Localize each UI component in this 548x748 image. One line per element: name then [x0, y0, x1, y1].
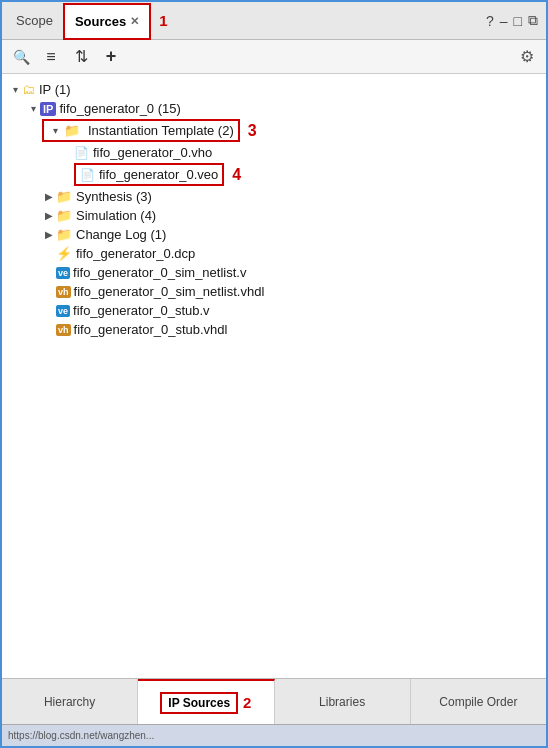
folder-icon-ip: 🗂 [22, 82, 35, 97]
tree-node-simulation[interactable]: ▶ 📁 Simulation (4) [2, 206, 546, 225]
search-icon: 🔍 [13, 49, 30, 65]
expand-button[interactable]: ⇅ [68, 44, 94, 70]
tree-node-stub-vhdl[interactable]: vh fifo_generator_0_stub.vhdl [2, 320, 546, 339]
status-bar: https://blog.csdn.net/wangzhen... [2, 724, 546, 746]
expand-icon-ip: ▾ [8, 84, 22, 95]
sources-tab-label: Sources [75, 14, 126, 29]
tree-area[interactable]: ▾ 🗂 IP (1) ▾ IP fifo_generator_0 (15) ▾ … [2, 74, 546, 678]
ip-sources-highlight[interactable]: IP Sources [160, 692, 238, 714]
expand-icon-changelog: ▶ [42, 229, 56, 240]
folder-icon-inst: 📁 [64, 123, 80, 138]
sim-vhdl-label: fifo_generator_0_sim_netlist.vhdl [74, 284, 265, 299]
hierarchy-label: Hierarchy [44, 695, 95, 709]
annotation-2: 2 [243, 694, 251, 711]
folder-icon-synthesis: 📁 [56, 189, 72, 204]
tree-node-stub-v[interactable]: ve fifo_generator_0_stub.v [2, 301, 546, 320]
tree-node-synthesis[interactable]: ▶ 📁 Synthesis (3) [2, 187, 546, 206]
expand-icon-synthesis: ▶ [42, 191, 56, 202]
search-button[interactable]: 🔍 [8, 44, 34, 70]
fifo-label: fifo_generator_0 (15) [59, 101, 180, 116]
scope-tab-label: Scope [16, 13, 53, 28]
status-text: https://blog.csdn.net/wangzhen... [8, 730, 154, 741]
tab-compile-order[interactable]: Compile Order [411, 679, 546, 724]
tree-node-sim-vhdl[interactable]: vh fifo_generator_0_sim_netlist.vhdl [2, 282, 546, 301]
tab-icons: ? – □ ⧉ [486, 12, 542, 29]
tab-ip-sources[interactable]: IP Sources 2 [138, 679, 274, 724]
annotation-3: 3 [248, 122, 257, 140]
tab-close-icon[interactable]: ✕ [130, 15, 139, 28]
collapse-button[interactable]: ≡ [38, 44, 64, 70]
stub-v-label: fifo_generator_0_stub.v [73, 303, 210, 318]
inst-template-highlight[interactable]: ▾ 📁 Instantiation Template (2) [42, 119, 240, 142]
minimize-icon[interactable]: – [500, 13, 508, 29]
ve-badge-stub: ve [56, 305, 70, 317]
file-icon-vho: 📄 [74, 146, 89, 160]
tab-sources[interactable]: Sources ✕ [63, 3, 151, 40]
tree-node-dcp[interactable]: ⚡ fifo_generator_0.dcp [2, 244, 546, 263]
ve-badge: ve [56, 267, 70, 279]
stub-vhdl-label: fifo_generator_0_stub.vhdl [74, 322, 228, 337]
expand-icon: ⇅ [75, 47, 88, 66]
tree-node-ip[interactable]: ▾ 🗂 IP (1) [2, 80, 546, 99]
float-icon[interactable]: ⧉ [528, 12, 538, 29]
toolbar: 🔍 ≡ ⇅ + ⚙ [2, 40, 546, 74]
annotation-4: 4 [232, 166, 241, 184]
veo-row[interactable]: 📄 fifo_generator_0.veo 4 [2, 163, 546, 186]
bottom-tab-bar: Hierarchy IP Sources 2 Libraries Compile… [2, 678, 546, 724]
add-button[interactable]: + [98, 44, 124, 70]
top-tab-bar: Scope Sources ✕ 1 ? – □ ⧉ [2, 2, 546, 40]
synthesis-label: Synthesis (3) [76, 189, 152, 204]
tree-node-changelog[interactable]: ▶ 📁 Change Log (1) [2, 225, 546, 244]
dcp-label: fifo_generator_0.dcp [76, 246, 195, 261]
ip-sources-label: IP Sources [168, 696, 230, 710]
file-icon-dcp: ⚡ [56, 246, 72, 261]
tab-hierarchy[interactable]: Hierarchy [2, 679, 138, 724]
tree-node-sim-v[interactable]: ve fifo_generator_0_sim_netlist.v [2, 263, 546, 282]
libraries-label: Libraries [319, 695, 365, 709]
vho-label: fifo_generator_0.vho [93, 145, 212, 160]
vh-badge-sim: vh [56, 286, 71, 298]
expand-icon-simulation: ▶ [42, 210, 56, 221]
gear-icon: ⚙ [520, 47, 534, 66]
simulation-label: Simulation (4) [76, 208, 156, 223]
file-icon-veo: 📄 [80, 168, 95, 182]
gear-button[interactable]: ⚙ [514, 44, 540, 70]
tab-scope[interactable]: Scope [6, 2, 63, 39]
folder-icon-changelog: 📁 [56, 227, 72, 242]
inst-template-row[interactable]: ▾ 📁 Instantiation Template (2) 3 [2, 119, 546, 142]
maximize-icon[interactable]: □ [514, 13, 522, 29]
tree-node-vho[interactable]: 📄 fifo_generator_0.vho [2, 143, 546, 162]
collapse-icon: ≡ [46, 48, 55, 66]
veo-label: fifo_generator_0.veo [99, 167, 218, 182]
main-window: Scope Sources ✕ 1 ? – □ ⧉ 🔍 ≡ ⇅ + ⚙ [0, 0, 548, 748]
tree-node-fifo[interactable]: ▾ IP fifo_generator_0 (15) [2, 99, 546, 118]
tab-libraries[interactable]: Libraries [275, 679, 411, 724]
ip-icon: IP [40, 102, 56, 116]
changelog-label: Change Log (1) [76, 227, 166, 242]
ip-label: IP (1) [39, 82, 71, 97]
help-icon[interactable]: ? [486, 13, 494, 29]
add-icon: + [106, 46, 117, 67]
annotation-1: 1 [159, 12, 167, 29]
veo-highlight[interactable]: 📄 fifo_generator_0.veo [74, 163, 224, 186]
expand-icon-inst: ▾ [48, 125, 62, 136]
compile-order-label: Compile Order [439, 695, 517, 709]
inst-template-label: Instantiation Template (2) [88, 123, 234, 138]
folder-icon-simulation: 📁 [56, 208, 72, 223]
vh-badge-stub: vh [56, 324, 71, 336]
sim-v-label: fifo_generator_0_sim_netlist.v [73, 265, 246, 280]
expand-icon-fifo: ▾ [26, 103, 40, 114]
